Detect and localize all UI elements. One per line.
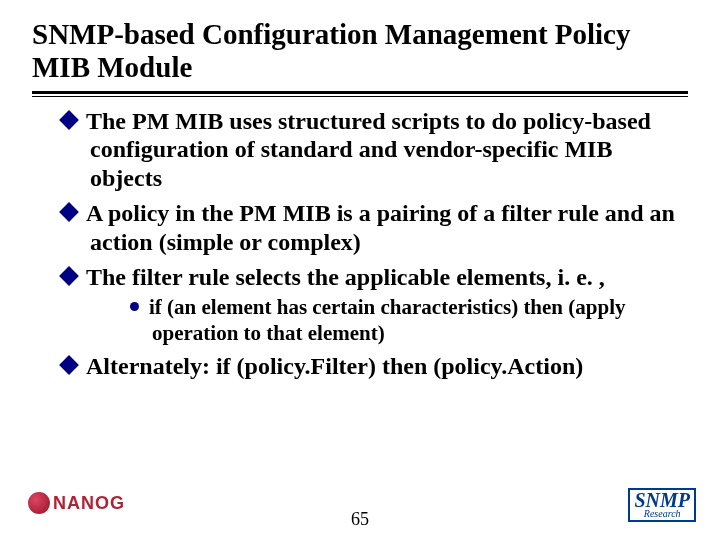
diamond-icon <box>59 110 79 130</box>
slide-content: The PM MIB uses structured scripts to do… <box>32 107 688 381</box>
slide-footer: NANOG 65 SNMP Research <box>0 480 720 526</box>
bullet-item: Alternately: if (policy.Filter) then (po… <box>62 352 688 381</box>
page-number: 65 <box>0 509 720 530</box>
slide-title: SNMP-based Configuration Management Poli… <box>32 18 688 85</box>
dot-icon <box>130 302 139 311</box>
diamond-icon <box>59 355 79 375</box>
sub-bullet-list: if (an element has certain characteristi… <box>90 295 688 345</box>
diamond-icon <box>59 202 79 222</box>
bullet-text: A policy in the PM MIB is a pairing of a… <box>86 200 675 255</box>
bullet-item: The filter rule selects the applicable e… <box>62 263 688 346</box>
bullet-item: A policy in the PM MIB is a pairing of a… <box>62 199 688 257</box>
bullet-text: The filter rule selects the applicable e… <box>86 264 605 290</box>
sub-bullet-text: if (an element has certain characteristi… <box>149 295 626 344</box>
snmp-logo: SNMP Research <box>628 488 696 522</box>
sub-bullet-item: if (an element has certain characteristi… <box>130 295 688 345</box>
bullet-text: The PM MIB uses structured scripts to do… <box>86 108 651 192</box>
slide: SNMP-based Configuration Management Poli… <box>0 0 720 540</box>
bullet-item: The PM MIB uses structured scripts to do… <box>62 107 688 193</box>
snmp-logo-text: SNMP <box>634 491 690 509</box>
title-rule <box>32 91 688 97</box>
bullet-text: Alternately: if (policy.Filter) then (po… <box>86 353 583 379</box>
diamond-icon <box>59 266 79 286</box>
bullet-list: The PM MIB uses structured scripts to do… <box>32 107 688 381</box>
